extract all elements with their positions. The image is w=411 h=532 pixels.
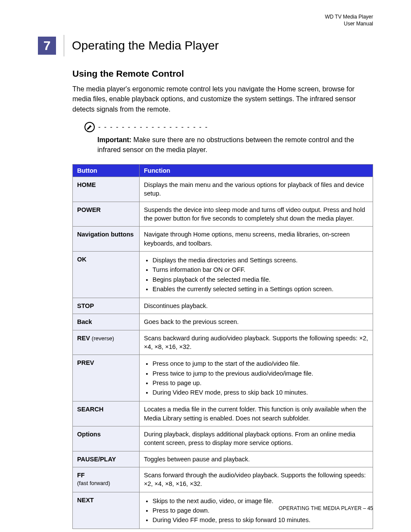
function-cell: Scans backward during audio/video playba… — [140, 330, 373, 355]
table-row: POWERSuspends the device into sleep mode… — [73, 202, 373, 227]
footer-page: 45 — [367, 505, 373, 511]
list-item: Displays the media directories and Setti… — [153, 256, 368, 264]
list-item: Press twice to jump to the previous audi… — [153, 369, 368, 378]
function-cell: Scans forward through the audio/video pl… — [140, 467, 373, 492]
button-cell: REV (reverse) — [73, 330, 140, 355]
header-product: WD TV Media Player — [38, 14, 373, 21]
button-cell: SEARCH — [73, 401, 140, 426]
header-doc: User Manual — [38, 21, 373, 28]
th-function: Function — [140, 165, 373, 177]
footer-sep: – — [361, 505, 367, 511]
function-cell: Locates a media file in the current fold… — [140, 401, 373, 426]
function-cell: Press once to jump to the start of the a… — [140, 355, 373, 401]
function-cell: Toggles between pause and playback. — [140, 451, 373, 467]
function-cell: During playback, displays additional pla… — [140, 426, 373, 451]
chapter-divider — [64, 35, 64, 56]
page-header: WD TV Media Player User Manual — [38, 14, 373, 27]
table-row: HOMEDisplays the main menu and the vario… — [73, 177, 373, 202]
function-cell: Discontinues playback. — [140, 298, 373, 314]
list-item: Press to page up. — [153, 379, 368, 387]
button-cell: POWER — [73, 202, 140, 227]
button-cell: Options — [73, 426, 140, 451]
button-cell: PAUSE/PLAY — [73, 451, 140, 467]
table-row: REV (reverse)Scans backward during audio… — [73, 330, 373, 355]
content-area: Using the Remote Control The media playe… — [72, 68, 373, 529]
function-cell: Displays the main menu and the various o… — [140, 177, 373, 202]
button-cell: OK — [73, 251, 140, 298]
table-row: PREVPress once to jump to the start of t… — [73, 355, 373, 401]
function-cell: Suspends the device into sleep mode and … — [140, 202, 373, 227]
button-cell: PREV — [73, 355, 140, 401]
chapter-number-badge: 7 — [38, 37, 56, 55]
function-cell: Displays the media directories and Setti… — [140, 251, 373, 298]
button-cell: HOME — [73, 177, 140, 202]
button-cell: Navigation buttons — [73, 227, 140, 252]
table-row: STOPDiscontinues playback. — [73, 298, 373, 314]
list-item: During Video FF mode, press to skip forw… — [153, 516, 368, 524]
function-cell: Navigate through Home options, menu scre… — [140, 227, 373, 252]
button-cell: NEXT — [73, 492, 140, 529]
button-cell: Back — [73, 314, 140, 330]
th-button: Button — [73, 165, 140, 177]
list-item: During Video REV mode, press to skip bac… — [153, 388, 368, 397]
footer-section: OPERATING THE MEDIA PLAYER — [279, 505, 362, 511]
note-body: Make sure there are no obstructions betw… — [97, 136, 354, 153]
note-text: Important: Make sure there are no obstru… — [97, 135, 373, 155]
table-row: PAUSE/PLAYToggles between pause and play… — [73, 451, 373, 467]
pencil-icon — [84, 122, 95, 132]
list-item: Skips to the next audio, video, or image… — [153, 497, 368, 505]
list-item: Turns information bar ON or OFF. — [153, 265, 368, 274]
table-row: FF(fast forward)Scans forward through th… — [73, 467, 373, 492]
button-cell: STOP — [73, 298, 140, 314]
function-cell: Goes back to the previous screen. — [140, 314, 373, 330]
remote-buttons-table: Button Function HOMEDisplays the main me… — [72, 164, 373, 529]
list-item: Enables the currently selected setting i… — [153, 285, 368, 293]
table-row: OKDisplays the media directories and Set… — [73, 251, 373, 298]
table-row: BackGoes back to the previous screen. — [73, 314, 373, 330]
button-cell: FF(fast forward) — [73, 467, 140, 492]
chapter-title: Operating the Media Player — [72, 39, 219, 53]
section-intro: The media player's ergonomic remote cont… — [72, 84, 373, 114]
important-note: - - - - - - - - - - - - - - - - - - - - … — [84, 122, 373, 155]
table-row: SEARCHLocates a media file in the curren… — [73, 401, 373, 426]
note-dots: - - - - - - - - - - - - - - - - - - - - … — [98, 123, 210, 131]
table-row: Navigation buttonsNavigate through Home … — [73, 227, 373, 252]
table-row: OptionsDuring playback, displays additio… — [73, 426, 373, 451]
chapter-heading: 7 Operating the Media Player — [38, 35, 373, 56]
list-item: Begins playback of the selected media fi… — [153, 275, 368, 284]
list-item: Press once to jump to the start of the a… — [153, 359, 368, 368]
page-footer: OPERATING THE MEDIA PLAYER – 45 — [279, 505, 373, 511]
section-title: Using the Remote Control — [72, 68, 373, 79]
note-label: Important: — [97, 136, 131, 143]
